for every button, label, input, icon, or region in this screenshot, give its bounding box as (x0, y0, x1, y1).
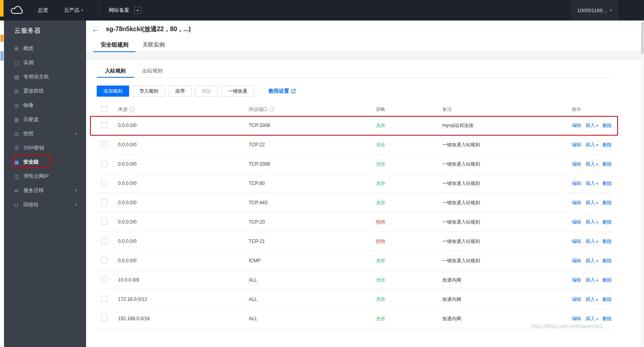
delete-link[interactable]: 删除 (603, 296, 612, 303)
select-all-checkbox[interactable] (101, 106, 107, 112)
tab-security-group-rules[interactable]: 安全组规则 (94, 38, 135, 52)
sidebar-item-eip[interactable]: ◫ 弹性公网IP (4, 169, 86, 183)
delete-link[interactable]: 删除 (603, 122, 612, 129)
insert-link[interactable]: 插入▾ (586, 238, 598, 245)
sidebar-item-overview[interactable]: ⊞ 概览 (4, 41, 86, 56)
sidebar-item-snapshot[interactable]: ⊡ 快照 ▾ (4, 127, 86, 141)
vertical-scrollbar[interactable] (641, 21, 644, 347)
insert-link[interactable]: 插入▾ (586, 315, 598, 322)
delete-link[interactable]: 删除 (603, 180, 612, 187)
insert-link[interactable]: 插入▾ (586, 161, 598, 168)
edit-link[interactable]: 编辑 (572, 315, 581, 322)
delete-link[interactable]: 删除 (603, 277, 612, 284)
sidebar-item-instances[interactable]: ▢ 实例 (4, 56, 86, 70)
sidebar-item-ssh-key[interactable]: Ⓢ SSH密钥 (4, 141, 86, 155)
help-link[interactable]: 教我设置 (268, 88, 296, 95)
delete-button[interactable]: 删除 (195, 86, 218, 97)
edit-link[interactable]: 编辑 (572, 122, 581, 129)
delete-link[interactable]: 删除 (603, 257, 612, 264)
row-checkbox[interactable] (101, 180, 107, 186)
insert-link[interactable]: 插入▾ (586, 257, 598, 264)
cloud-disk-icon: ▥ (14, 117, 23, 123)
insert-link[interactable]: 插入▾ (586, 219, 598, 226)
info-icon[interactable]: i (130, 107, 135, 112)
sidebar-item-dedicated-host[interactable]: ▤ 专用宿主机 (4, 70, 86, 84)
delete-link[interactable]: 删除 (603, 219, 612, 226)
rule-note: mysql远程连接 (442, 122, 572, 129)
import-rule-button[interactable]: 导入规则 (133, 86, 165, 97)
instances-icon: ▢ (14, 60, 23, 66)
edit-link[interactable]: 编辑 (572, 219, 581, 226)
row-checkbox[interactable] (101, 257, 107, 263)
recycle-bin-icon: ⊔ (14, 202, 23, 208)
insert-link[interactable]: 插入▾ (586, 200, 598, 206)
back-arrow-icon[interactable]: ← (92, 25, 102, 33)
row-checkbox[interactable] (101, 315, 107, 321)
sidebar-item-cloud-disk[interactable]: ▥ 云硬盘 (4, 112, 86, 127)
tab-outbound-rules[interactable]: 出站规则 (134, 65, 171, 78)
insert-link[interactable]: 插入▾ (586, 180, 598, 187)
section-divider-band (86, 52, 644, 60)
sidebar-item-recycle-bin[interactable]: ⊔ 回收站 ▾ (4, 198, 86, 212)
edit-link[interactable]: 编辑 (572, 277, 581, 284)
row-checkbox[interactable] (101, 141, 107, 147)
rule-port: TCP:3389 (249, 161, 376, 167)
sidebar-item-security-group[interactable]: ▣ 安全组 (4, 155, 86, 169)
sidebar-item-placement-group[interactable]: ⊟ 置放群组 (4, 84, 86, 98)
edit-link[interactable]: 编辑 (572, 296, 581, 303)
rules-toolbar: 添加规则 导入规则 排序 删除 一键放通 教我设置 (97, 86, 644, 97)
rule-source: 10.0.0.0/8 (118, 277, 249, 283)
rule-note: 放通内网 (442, 296, 572, 303)
tab-inbound-rules[interactable]: 入站规则 (97, 65, 134, 78)
sort-button[interactable]: 排序 (169, 86, 192, 97)
row-checkbox[interactable] (101, 238, 107, 244)
sidebar-item-migration[interactable]: ⇄ 服务迁移 ▾ (4, 183, 86, 198)
tencent-cloud-logo-icon[interactable] (9, 5, 24, 15)
insert-link[interactable]: 插入▾ (586, 277, 598, 284)
open-all-button[interactable]: 一键放通 (222, 86, 254, 97)
rule-note: 一键放通入站规则 (442, 238, 572, 245)
rule-policy: 允许 (376, 181, 385, 186)
row-checkbox[interactable] (101, 199, 107, 205)
watermark-text: https://blog.csdn.net/xiaoweite1 (531, 323, 603, 329)
insert-link[interactable]: 插入▾ (586, 122, 598, 129)
delete-link[interactable]: 删除 (603, 200, 612, 206)
insert-link[interactable]: 插入▾ (586, 142, 598, 148)
account-dropdown[interactable]: 100001169... ▾ (571, 0, 618, 21)
account-id: 100001169... (577, 7, 607, 13)
nav-item-cloud-products[interactable]: 云产品 ▾ (64, 7, 83, 14)
edit-link[interactable]: 编辑 (572, 238, 581, 245)
elastic-ip-icon: ◫ (14, 174, 23, 179)
scrollbar-thumb[interactable] (641, 22, 644, 54)
edit-link[interactable]: 编辑 (572, 180, 581, 187)
insert-link[interactable]: 插入▾ (586, 296, 598, 303)
nav-item-overview[interactable]: 总览 (38, 7, 48, 14)
row-checkbox[interactable] (101, 296, 107, 302)
tencent-cloud-console: 总览 云产品 ▾ 网站备案 + 100001169... ▾ 云服务器 (0, 0, 644, 347)
chevron-down-icon: ▾ (596, 317, 598, 321)
edit-link[interactable]: 编辑 (572, 161, 581, 168)
row-checkbox[interactable] (101, 218, 107, 225)
sidebar-item-images[interactable]: ◎ 镜像 (4, 98, 86, 112)
rule-source: 192.168.0.0/16 (118, 316, 249, 321)
row-checkbox[interactable] (101, 276, 107, 283)
tab-associated-instances[interactable]: 关联实例 (135, 38, 172, 52)
rule-policy: 允许 (376, 142, 385, 147)
topbar-nav: 总览 云产品 ▾ (38, 7, 99, 14)
rule-source: 0.0.0.0/0 (118, 142, 249, 147)
pinned-tab-website-record[interactable]: 网站备案 (109, 7, 130, 14)
edit-link[interactable]: 编辑 (572, 142, 581, 148)
rule-policy: 允许 (376, 316, 385, 321)
row-checkbox[interactable] (101, 122, 107, 128)
add-tab-icon[interactable]: + (134, 7, 141, 14)
edit-link[interactable]: 编辑 (572, 257, 581, 264)
edit-link[interactable]: 编辑 (572, 200, 581, 206)
delete-link[interactable]: 删除 (603, 238, 612, 245)
info-icon[interactable]: i (270, 107, 275, 112)
row-checkbox[interactable] (101, 160, 107, 167)
chevron-down-icon: ▾ (596, 162, 598, 166)
delete-link[interactable]: 删除 (603, 315, 612, 322)
delete-link[interactable]: 删除 (603, 142, 612, 148)
delete-link[interactable]: 删除 (603, 161, 612, 168)
add-rule-button[interactable]: 添加规则 (97, 86, 129, 97)
